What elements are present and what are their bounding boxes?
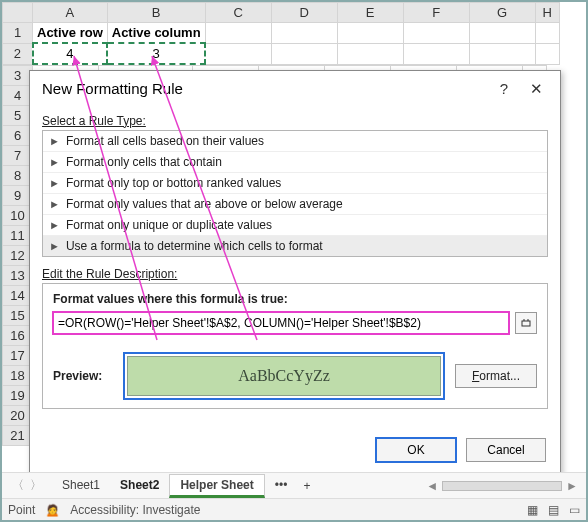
cell-B1[interactable]: Active column <box>107 23 205 44</box>
rule-type-label: Use a formula to determine which cells t… <box>66 239 323 253</box>
rule-type-item[interactable]: ►Format only unique or duplicate values <box>43 215 547 236</box>
new-formatting-rule-dialog: New Formatting Rule ? ✕ Select a Rule Ty… <box>29 70 561 475</box>
col-header-E[interactable]: E <box>337 3 403 23</box>
row-header-4[interactable]: 4 <box>3 86 33 106</box>
tab-nav-prev[interactable]: 〈 <box>12 477 24 494</box>
rule-type-item[interactable]: ►Format only cells that contain <box>43 152 547 173</box>
row-header-9[interactable]: 9 <box>3 186 33 206</box>
preview-swatch: AaBbCcYyZz <box>127 356 441 396</box>
row-header-6[interactable]: 6 <box>3 126 33 146</box>
row-header-13[interactable]: 13 <box>3 266 33 286</box>
sheet-tab-sheet2[interactable]: Sheet2 <box>110 475 169 497</box>
col-header-F[interactable]: F <box>403 3 469 23</box>
row-header-18[interactable]: 18 <box>3 366 33 386</box>
rule-type-item[interactable]: ►Format all cells based on their values <box>43 131 547 152</box>
select-rule-type-label: Select a Rule Type: <box>42 114 548 128</box>
view-page-layout-icon[interactable]: ▤ <box>548 503 559 517</box>
select-all-corner[interactable] <box>3 3 33 23</box>
rule-type-item[interactable]: ►Format only top or bottom ranked values <box>43 173 547 194</box>
hscroll-left-icon[interactable]: ◄ <box>426 479 438 493</box>
row-header-14[interactable]: 14 <box>3 286 33 306</box>
cell-B2[interactable]: 3 <box>107 43 205 64</box>
row-header-19[interactable]: 19 <box>3 386 33 406</box>
add-sheet-button[interactable]: + <box>297 479 316 493</box>
accessibility-icon[interactable]: 🙍 <box>45 503 60 517</box>
cell-A2[interactable]: 4 <box>33 43 108 64</box>
rule-type-item-selected[interactable]: ►Use a formula to determine which cells … <box>43 236 547 256</box>
chevron-right-icon: ► <box>49 156 60 168</box>
rule-type-label: Format all cells based on their values <box>66 134 264 148</box>
tab-nav-next[interactable]: 〉 <box>30 477 42 494</box>
col-header-B[interactable]: B <box>107 3 205 23</box>
sheet-tab-strip: 〈 〉 Sheet1 Sheet2 Helper Sheet ••• + ◄ ► <box>2 472 586 498</box>
chevron-right-icon: ► <box>49 240 60 252</box>
rule-type-label: Format only cells that contain <box>66 155 222 169</box>
chevron-right-icon: ► <box>49 135 60 147</box>
row-header-7[interactable]: 7 <box>3 146 33 166</box>
row-header-20[interactable]: 20 <box>3 406 33 426</box>
formula-input[interactable] <box>53 312 509 334</box>
collapse-dialog-icon <box>520 317 532 329</box>
col-header-C[interactable]: C <box>205 3 271 23</box>
row-header-3[interactable]: 3 <box>3 66 33 86</box>
dialog-title: New Formatting Rule <box>42 80 183 97</box>
row-header-15[interactable]: 15 <box>3 306 33 326</box>
sheet-tab-sheet1[interactable]: Sheet1 <box>52 475 110 497</box>
hscroll-right-icon[interactable]: ► <box>566 479 578 493</box>
rule-type-label: Format only top or bottom ranked values <box>66 176 281 190</box>
sheet-tab-more[interactable]: ••• <box>265 475 298 497</box>
range-selector-button[interactable] <box>515 312 537 334</box>
svg-rect-0 <box>522 321 530 326</box>
row-header-2[interactable]: 2 <box>3 43 33 64</box>
row-header-11[interactable]: 11 <box>3 226 33 246</box>
status-bar: Point 🙍 Accessibility: Investigate ▦ ▤ ▭ <box>2 498 586 520</box>
ok-button[interactable]: OK <box>376 438 456 462</box>
chevron-right-icon: ► <box>49 198 60 210</box>
rule-type-label: Format only unique or duplicate values <box>66 218 272 232</box>
col-header-G[interactable]: G <box>469 3 535 23</box>
row-header-12[interactable]: 12 <box>3 246 33 266</box>
preview-label: Preview: <box>53 369 113 383</box>
hscroll-track[interactable] <box>442 481 562 491</box>
help-button[interactable]: ? <box>490 77 518 99</box>
rule-description-box: Format values where this formula is true… <box>42 283 548 409</box>
rule-type-label: Format only values that are above or bel… <box>66 197 343 211</box>
sheet-tab-helper[interactable]: Helper Sheet <box>169 474 264 498</box>
row-header-21[interactable]: 21 <box>3 426 33 446</box>
row-header-5[interactable]: 5 <box>3 106 33 126</box>
row-header-10[interactable]: 10 <box>3 206 33 226</box>
col-header-D[interactable]: D <box>271 3 337 23</box>
accessibility-status[interactable]: Accessibility: Investigate <box>70 503 200 517</box>
rule-type-list[interactable]: ►Format all cells based on their values … <box>42 130 548 257</box>
view-normal-icon[interactable]: ▦ <box>527 503 538 517</box>
formula-label: Format values where this formula is true… <box>53 292 537 306</box>
col-header-A[interactable]: A <box>33 3 108 23</box>
row-header-8[interactable]: 8 <box>3 166 33 186</box>
edit-rule-description-label: Edit the Rule Description: <box>42 267 548 281</box>
row-header-17[interactable]: 17 <box>3 346 33 366</box>
cancel-button[interactable]: Cancel <box>466 438 546 462</box>
status-mode: Point <box>8 503 35 517</box>
cell-A1[interactable]: Active row <box>33 23 108 44</box>
format-button[interactable]: FFormat...ormat... <box>455 364 537 388</box>
row-header-1[interactable]: 1 <box>3 23 33 44</box>
col-header-H[interactable]: H <box>535 3 559 23</box>
chevron-right-icon: ► <box>49 219 60 231</box>
row-header-16[interactable]: 16 <box>3 326 33 346</box>
view-page-break-icon[interactable]: ▭ <box>569 503 580 517</box>
rule-type-item[interactable]: ►Format only values that are above or be… <box>43 194 547 215</box>
chevron-right-icon: ► <box>49 177 60 189</box>
close-button[interactable]: ✕ <box>522 78 550 100</box>
